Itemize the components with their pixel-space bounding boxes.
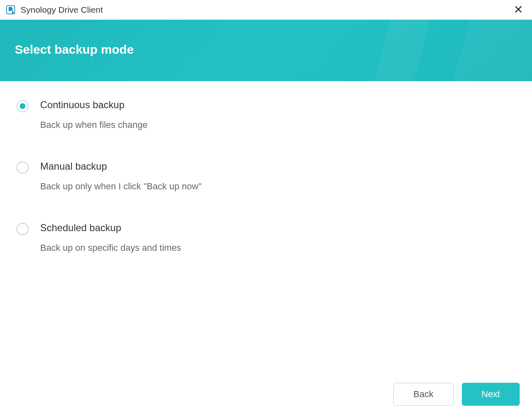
- radio-label-manual[interactable]: Manual backup: [40, 161, 201, 172]
- app-icon: [6, 5, 16, 15]
- backup-mode-group: Continuous backup Back up when files cha…: [16, 99, 516, 253]
- radio-desc-scheduled: Back up on specific days and times: [40, 243, 181, 253]
- svg-rect-1: [12, 11, 14, 14]
- radio-button-continuous[interactable]: [16, 100, 29, 112]
- page-title: Select backup mode: [15, 43, 517, 57]
- radio-option-continuous[interactable]: Continuous backup Back up when files cha…: [16, 99, 516, 130]
- back-button[interactable]: Back: [393, 383, 454, 406]
- titlebar: Synology Drive Client ✕: [0, 0, 532, 20]
- radio-desc-continuous: Back up when files change: [40, 120, 148, 130]
- content-area: Continuous backup Back up when files cha…: [0, 81, 532, 261]
- radio-option-scheduled[interactable]: Scheduled backup Back up on specific day…: [16, 222, 516, 253]
- radio-text: Manual backup Back up only when I click …: [40, 161, 201, 192]
- header-banner: Select backup mode: [0, 20, 532, 81]
- radio-text: Scheduled backup Back up on specific day…: [40, 222, 181, 253]
- next-button[interactable]: Next: [462, 383, 520, 406]
- titlebar-left: Synology Drive Client: [6, 5, 103, 15]
- radio-button-scheduled[interactable]: [16, 223, 29, 235]
- radio-option-manual[interactable]: Manual backup Back up only when I click …: [16, 161, 516, 192]
- radio-text: Continuous backup Back up when files cha…: [40, 99, 148, 130]
- radio-desc-manual: Back up only when I click "Back up now": [40, 181, 201, 192]
- radio-label-continuous[interactable]: Continuous backup: [40, 99, 148, 111]
- radio-label-scheduled[interactable]: Scheduled backup: [40, 222, 181, 234]
- close-icon[interactable]: ✕: [512, 4, 525, 16]
- app-title: Synology Drive Client: [21, 5, 103, 15]
- radio-button-manual[interactable]: [16, 161, 29, 174]
- footer-buttons: Back Next: [393, 383, 520, 406]
